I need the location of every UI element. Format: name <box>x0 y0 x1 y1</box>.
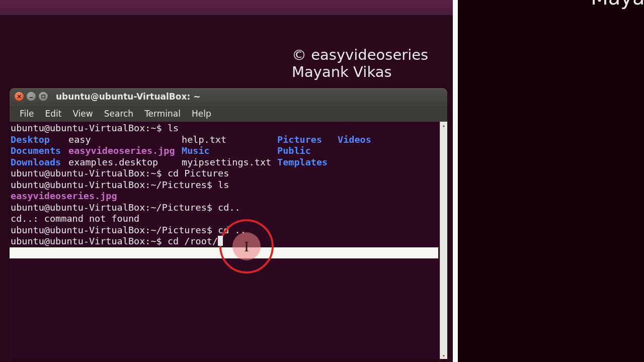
terminal-text: ubuntu@ubuntu-VirtualBox:~/Pictures$ <box>11 225 218 235</box>
menubar[interactable]: File Edit View Search Terminal Help <box>10 105 447 122</box>
terminal-text: easyvideoseries.jpg <box>68 145 175 156</box>
terminal-text: help.txt <box>182 134 226 145</box>
ls-cell: Templates <box>277 157 338 168</box>
ls-cell: Public <box>277 145 338 157</box>
scroll-up-icon[interactable]: ▴ <box>440 122 447 129</box>
terminal-line: ubuntu@ubuntu-VirtualBox:~/Pictures$ ls <box>11 179 439 191</box>
terminal-text: Music <box>182 145 210 156</box>
terminal-text: cd.. <box>218 202 240 213</box>
terminal-text: ubuntu@ubuntu-VirtualBox:~/Pictures$ <box>11 179 218 190</box>
window-title: ubuntu@ubuntu-VirtualBox: ~ <box>56 92 200 102</box>
terminal-caret <box>218 236 223 246</box>
terminal-text: ubuntu@ubuntu-VirtualBox:~/Pictures$ <box>11 202 218 213</box>
close-icon[interactable] <box>15 92 24 101</box>
terminal-text: ubuntu@ubuntu-VirtualBox:~$ <box>11 236 168 246</box>
terminal-text: Desktop <box>11 134 50 145</box>
terminal-text: easy <box>68 134 91 145</box>
menu-file[interactable]: File <box>15 107 39 120</box>
terminal-line: ubuntu@ubuntu-VirtualBox:~$ ls <box>11 123 439 134</box>
right-panel: Mayank V <box>453 0 644 362</box>
terminal-text: Public <box>277 145 311 156</box>
terminal-window[interactable]: ubuntu@ubuntu-VirtualBox: ~ File Edit Vi… <box>10 88 447 359</box>
svg-rect-3 <box>42 95 45 98</box>
ls-cell: Documents <box>11 145 68 157</box>
terminal-body[interactable]: ubuntu@ubuntu-VirtualBox:~$ lsDesktopeas… <box>10 122 440 359</box>
terminal-line: ubuntu@ubuntu-VirtualBox:~$ cd /root/ <box>11 236 439 247</box>
terminal-text: Documents <box>11 145 61 156</box>
terminal-text: Templates <box>277 157 328 167</box>
terminal-text: Videos <box>338 134 371 145</box>
ls-cell: examples.desktop <box>68 157 182 168</box>
ls-cell: help.txt <box>182 134 277 146</box>
scroll-down-icon[interactable]: ▾ <box>440 352 447 359</box>
terminal-line: easyvideoseries.jpg <box>11 191 439 202</box>
menu-edit[interactable]: Edit <box>40 107 66 120</box>
maximize-icon[interactable] <box>39 92 48 101</box>
terminal-text: Downloads <box>11 157 61 167</box>
top-accent-bar <box>0 0 453 15</box>
terminal-line: Downloadsexamples.desktopmyipsettings.tx… <box>11 157 439 168</box>
terminal-text: myipsettings.txt <box>182 157 271 167</box>
terminal-line: Desktopeasyhelp.txtPicturesVideos <box>11 134 439 146</box>
ls-cell: Music <box>182 145 277 157</box>
terminal-text: ls <box>218 179 229 190</box>
terminal-line: cd..: command not found <box>11 213 439 225</box>
terminal-line: Documentseasyvideoseries.jpgMusicPublic <box>11 145 439 157</box>
scrollbar[interactable]: ▴ ▾ <box>440 122 447 359</box>
ls-cell: Pictures <box>277 134 338 146</box>
terminal-text: ls <box>168 123 179 133</box>
right-overflow-text: Mayank V <box>591 0 644 9</box>
ls-cell: Videos <box>338 134 371 146</box>
terminal-text: examples.desktop <box>68 157 158 167</box>
ls-cell: easy <box>68 134 182 146</box>
terminal-text: cd Pictures <box>168 168 229 178</box>
credit-line-1: © easyvideoseries <box>292 46 428 63</box>
minimize-icon[interactable] <box>27 92 36 101</box>
terminal-text: ubuntu@ubuntu-VirtualBox:~$ <box>11 168 168 178</box>
menu-view[interactable]: View <box>67 107 98 120</box>
terminal-text: ubuntu@ubuntu-VirtualBox:~$ <box>11 123 168 133</box>
desktop-background: Mayank V © easyvideoseries Mayank Vikas … <box>0 0 644 362</box>
watermark-credit: © easyvideoseries Mayank Vikas <box>292 46 428 80</box>
terminal-line: ubuntu@ubuntu-VirtualBox:~$ cd Pictures <box>11 168 439 179</box>
terminal-line: ubuntu@ubuntu-VirtualBox:~/Pictures$ cd.… <box>11 202 439 214</box>
ls-cell: Downloads <box>11 157 68 168</box>
terminal-text: cd .. <box>218 225 246 235</box>
menu-terminal[interactable]: Terminal <box>139 107 186 120</box>
menu-help[interactable]: Help <box>187 107 216 120</box>
selection-highlight <box>10 247 438 258</box>
credit-line-2: Mayank Vikas <box>292 63 428 80</box>
terminal-text: cd..: command not found <box>11 213 139 224</box>
terminal-line: ubuntu@ubuntu-VirtualBox:~/Pictures$ cd … <box>11 225 439 236</box>
terminal-text: Pictures <box>277 134 322 145</box>
terminal-text: cd /root/ <box>168 236 218 246</box>
ls-cell: easyvideoseries.jpg <box>68 145 182 157</box>
ls-cell: myipsettings.txt <box>182 157 277 168</box>
menu-search[interactable]: Search <box>99 107 138 120</box>
titlebar[interactable]: ubuntu@ubuntu-VirtualBox: ~ <box>10 88 447 105</box>
terminal-text: easyvideoseries.jpg <box>11 191 117 201</box>
ls-cell: Desktop <box>11 134 68 146</box>
